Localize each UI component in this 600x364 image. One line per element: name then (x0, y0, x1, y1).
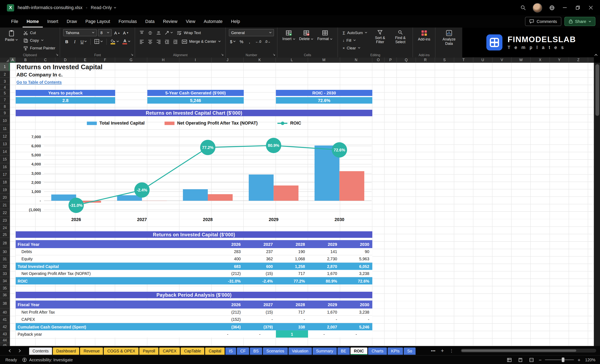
font-dialog-launcher[interactable] (130, 53, 134, 57)
sheet-tab-valuation[interactable]: Valuation (288, 347, 312, 355)
page-break-view-button[interactable] (528, 356, 535, 364)
row-header-13[interactable]: 13 (0, 140, 10, 148)
row-header-9[interactable]: 9 (0, 110, 10, 116)
zoom-slider[interactable] (545, 359, 574, 360)
sheet-tab-charts[interactable]: Charts (368, 347, 387, 355)
row-header-12[interactable]: 12 (0, 133, 10, 140)
row-header-25[interactable]: 25 (0, 231, 10, 238)
align-bottom-button[interactable] (155, 29, 162, 36)
row-header-32[interactable]: 32 (0, 263, 10, 270)
column-header-h[interactable]: H (147, 57, 179, 63)
row-header-23[interactable]: 23 (0, 217, 10, 224)
decrease-font-size-button[interactable]: A▾ (122, 29, 130, 36)
column-header-c[interactable]: C (36, 57, 56, 63)
new-sheet-button[interactable]: + (439, 347, 446, 355)
row-header-35[interactable]: 35 (0, 284, 10, 292)
menu-tab-data[interactable]: Data (141, 15, 159, 27)
normal-view-button[interactable] (506, 356, 513, 364)
share-button[interactable]: Share (564, 17, 595, 26)
comma-format-button[interactable]: , (246, 38, 253, 45)
row-header-45[interactable]: 45 (0, 343, 10, 346)
row-header-43[interactable]: 43 (0, 330, 10, 337)
sheet-tab-is[interactable]: IS (225, 347, 236, 355)
analyze-data-button[interactable]: Analyze Data (439, 29, 459, 53)
row-header-1[interactable]: 1 (0, 63, 10, 71)
row-header-4[interactable]: 4 (0, 85, 10, 90)
font-color-button[interactable]: A (121, 38, 132, 45)
menu-tab-view[interactable]: View (181, 15, 199, 27)
menu-tab-page-layout[interactable]: Page Layout (81, 15, 114, 27)
number-dialog-launcher[interactable] (272, 53, 276, 57)
wrap-text-button[interactable]: Wrap Text (175, 29, 202, 36)
row-header-10[interactable]: 10 (0, 116, 10, 125)
row-header-40[interactable]: 40 (0, 309, 10, 316)
row-header-18[interactable]: 18 (0, 179, 10, 186)
column-header-g[interactable]: G (115, 57, 147, 63)
read-only-dropdown[interactable]: Read-Only (91, 5, 116, 10)
sheet-tab-capex[interactable]: CAPEX (159, 347, 180, 355)
align-top-button[interactable] (138, 29, 146, 36)
merge-center-button[interactable]: Merge & Center (180, 38, 222, 45)
fill-color-button[interactable] (109, 38, 120, 45)
column-header-a[interactable]: A (10, 57, 16, 63)
row-header-2[interactable]: 2 (0, 71, 10, 77)
clipboard-dialog-launcher[interactable] (55, 53, 59, 57)
bold-button[interactable]: B (63, 38, 70, 45)
font-name-select[interactable]: Tahoma (63, 29, 97, 36)
clear-button[interactable]: ×Clear (341, 45, 369, 52)
format-painter-button[interactable]: Format Painter (22, 45, 57, 52)
row-header-3[interactable]: 3 (0, 78, 10, 85)
zoom-out-button[interactable]: − (539, 357, 542, 363)
increase-font-size-button[interactable]: A▴ (113, 29, 121, 36)
row-header-14[interactable]: 14 (0, 148, 10, 155)
sort-filter-button[interactable]: Sort & Filter (371, 29, 389, 53)
delete-cells-button[interactable]: Delete (297, 29, 316, 53)
italic-button[interactable]: I (71, 38, 78, 45)
comments-button[interactable]: Comments (525, 17, 561, 26)
horizontal-scrollbar[interactable] (461, 349, 596, 353)
row-header-41[interactable]: 41 (0, 316, 10, 323)
menu-tab-automate[interactable]: Automate (199, 15, 227, 27)
sheet-tab-scenarios[interactable]: Scenarios (263, 347, 288, 355)
menu-tab-file[interactable]: File (7, 15, 22, 27)
alignment-dialog-launcher[interactable] (220, 53, 225, 57)
vertical-scrollbar-thumb[interactable] (595, 64, 599, 116)
sheet-tab-revenue[interactable]: Revenue (80, 347, 103, 355)
sheet-tab-so[interactable]: So (404, 347, 416, 355)
column-header-d[interactable]: D (56, 57, 75, 63)
row-header-34[interactable]: 34 (0, 277, 10, 284)
row-header-22[interactable]: 22 (0, 209, 10, 217)
tabs-scroll-right-button[interactable] (15, 347, 24, 355)
sheet-tab-roic[interactable]: ROIC (350, 347, 367, 355)
underline-button[interactable]: U (79, 38, 88, 45)
menu-tab-home[interactable]: Home (22, 15, 43, 27)
increase-indent-button[interactable] (172, 38, 179, 45)
column-header-l[interactable]: L (276, 57, 308, 63)
column-header-s[interactable]: S (435, 57, 454, 63)
menu-tab-insert[interactable]: Insert (43, 15, 62, 27)
row-header-28[interactable]: 28 (0, 238, 10, 248)
toc-link[interactable]: Go to Table of Contents (17, 80, 62, 84)
sheet-tab-capital[interactable]: Capital (205, 347, 225, 355)
horizontal-scrollbar-thumb[interactable] (461, 350, 576, 352)
menu-tab-review[interactable]: Review (159, 15, 182, 27)
decrease-indent-button[interactable] (164, 38, 171, 45)
sheet-tab-summary[interactable]: Summary (313, 347, 337, 355)
column-header-o[interactable]: O (372, 57, 384, 63)
zoom-in-button[interactable]: + (578, 357, 581, 363)
column-header-j[interactable]: J (212, 57, 244, 63)
fill-button[interactable]: ↓Fill (341, 37, 369, 44)
column-header-w[interactable]: W (512, 57, 531, 63)
column-header-z[interactable]: Z (569, 57, 588, 63)
zoom-slider-thumb[interactable] (562, 357, 565, 362)
column-header-n[interactable]: N (340, 57, 372, 63)
format-cells-button[interactable]: Format (315, 29, 335, 53)
column-header-v[interactable]: V (492, 57, 512, 63)
row-header-24[interactable]: 24 (0, 224, 10, 231)
accessibility-status[interactable]: Accessibility: Investigate (22, 357, 73, 362)
sheet-tab-payroll[interactable]: Payroll (139, 347, 159, 355)
column-header-p[interactable]: P (384, 57, 397, 63)
row-header-31[interactable]: 31 (0, 255, 10, 263)
row-header-19[interactable]: 19 (0, 186, 10, 194)
column-header-x[interactable]: X (531, 57, 550, 63)
